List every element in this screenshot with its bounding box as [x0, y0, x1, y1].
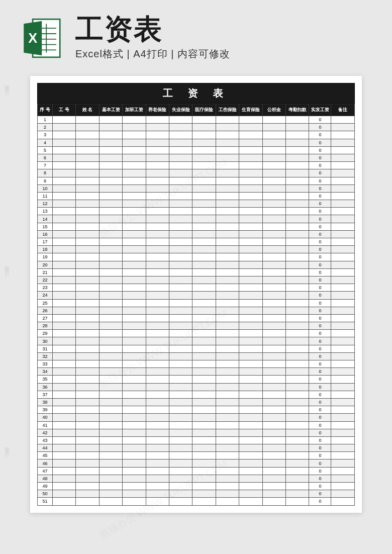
table-cell [286, 124, 309, 131]
table-cell [192, 299, 216, 307]
table-cell [262, 337, 285, 345]
table-cell [99, 154, 122, 161]
table-cell: 10 [38, 184, 53, 192]
table-cell [192, 322, 216, 330]
table-cell [169, 131, 192, 139]
table-cell [169, 223, 192, 230]
table-cell [192, 421, 216, 429]
table-cell [53, 215, 76, 223]
side-watermark: 熊猫办公 [3, 442, 10, 450]
table-cell [76, 452, 99, 459]
table-cell [169, 162, 192, 169]
column-header: 姓 名 [76, 104, 99, 116]
table-cell [331, 337, 355, 345]
table-cell [216, 414, 239, 421]
table-cell: 29 [38, 330, 53, 337]
table-cell [146, 215, 169, 223]
column-header: 工 号 [53, 104, 76, 116]
table-cell: 0 [309, 238, 331, 246]
table-cell [331, 444, 355, 452]
column-header: 序 号 [38, 104, 53, 116]
table-cell [146, 352, 169, 360]
table-cell [99, 146, 122, 154]
column-header: 养老保险 [146, 104, 169, 116]
table-cell [262, 131, 285, 139]
table-cell [123, 162, 146, 169]
table-cell [239, 330, 262, 337]
table-cell [216, 192, 239, 200]
table-cell [53, 292, 76, 299]
table-cell [99, 421, 122, 429]
table-cell [76, 475, 99, 482]
table-cell [146, 421, 169, 429]
table-cell [146, 414, 169, 421]
table-row: 100 [38, 184, 355, 192]
table-cell [216, 360, 239, 368]
table-cell: 0 [309, 200, 331, 208]
table-cell [123, 200, 146, 208]
table-cell [331, 162, 355, 169]
table-cell [239, 307, 262, 314]
table-cell: 0 [309, 223, 331, 230]
table-cell [192, 169, 216, 177]
table-cell [146, 131, 169, 139]
table-cell [286, 131, 309, 139]
table-cell [76, 238, 99, 246]
table-cell [169, 184, 192, 192]
table-cell [76, 307, 99, 314]
column-header: 考勤扣款 [286, 104, 309, 116]
table-cell [239, 398, 262, 406]
table-cell [331, 368, 355, 376]
table-cell [123, 436, 146, 444]
table-row: 400 [38, 414, 355, 421]
table-cell [239, 314, 262, 322]
table-cell [123, 116, 146, 124]
table-cell: 0 [309, 406, 331, 414]
table-cell [216, 177, 239, 184]
table-row: 440 [38, 444, 355, 452]
table-cell [239, 253, 262, 261]
column-header: 医疗保险 [192, 104, 216, 116]
table-cell [239, 192, 262, 200]
table-cell: 0 [309, 299, 331, 307]
table-cell: 32 [38, 352, 53, 360]
table-cell [286, 330, 309, 337]
table-cell [286, 200, 309, 208]
table-cell [99, 406, 122, 414]
table-cell: 0 [309, 124, 331, 131]
table-cell [216, 131, 239, 139]
table-cell [146, 253, 169, 261]
table-cell: 14 [38, 215, 53, 223]
table-row: 170 [38, 238, 355, 246]
table-cell [123, 352, 146, 360]
table-cell: 47 [38, 467, 53, 475]
table-cell [262, 368, 285, 376]
table-cell [146, 184, 169, 192]
table-cell [262, 345, 285, 352]
table-cell [169, 307, 192, 314]
table-cell [99, 483, 122, 490]
table-cell [123, 459, 146, 467]
table-cell: 17 [38, 238, 53, 246]
table-cell [123, 131, 146, 139]
template-header: X 工资表 Excel格式 | A4打印 | 内容可修改 [0, 0, 392, 71]
table-cell [169, 452, 192, 459]
table-row: 160 [38, 230, 355, 238]
table-cell [169, 322, 192, 330]
table-cell [331, 215, 355, 223]
table-cell [169, 406, 192, 414]
table-cell [99, 139, 122, 146]
table-cell [123, 337, 146, 345]
table-cell [331, 330, 355, 337]
table-cell [76, 322, 99, 330]
table-cell [239, 177, 262, 184]
table-cell [53, 498, 76, 505]
table-cell [76, 391, 99, 398]
table-cell [99, 436, 122, 444]
table-cell: 0 [309, 215, 331, 223]
side-watermark: 熊猫办公 [3, 80, 10, 88]
table-cell [76, 314, 99, 322]
table-cell [146, 124, 169, 131]
table-cell [76, 162, 99, 169]
table-cell [169, 436, 192, 444]
